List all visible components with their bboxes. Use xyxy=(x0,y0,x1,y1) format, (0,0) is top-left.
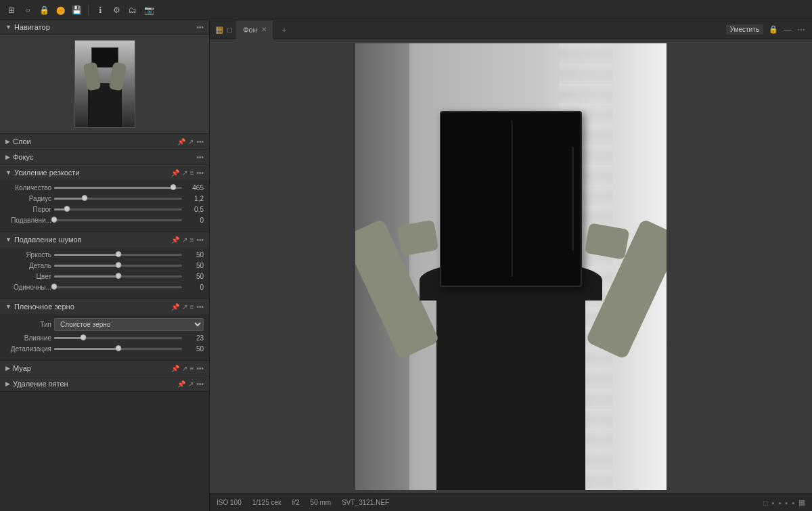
grain-expand-icon[interactable]: ↗ xyxy=(182,303,187,311)
status-grid2-icon[interactable]: ▦ xyxy=(798,498,805,507)
grain-header[interactable]: ▼ Пленочное зерно 📌 ↗ ≡ ••• xyxy=(0,299,209,314)
focus-header[interactable]: ▶ Фокус ••• xyxy=(0,150,209,164)
sharpening-more-icon[interactable]: ••• xyxy=(196,169,204,177)
noise-detail-slider[interactable] xyxy=(54,265,182,267)
sharpening-radius-value: 1,2 xyxy=(185,195,204,202)
status-dot3-icon[interactable]: • xyxy=(785,499,788,507)
noise-pin-icon[interactable]: 📌 xyxy=(171,236,179,244)
sharpening-radius-thumb xyxy=(82,195,88,201)
grain-pin-icon[interactable]: 📌 xyxy=(171,303,179,311)
grain-type-row: Тип Слоистое зерно Нет Равномерное зерно xyxy=(5,318,204,331)
grain-detail-label: Детализация xyxy=(5,345,51,353)
noise-detail-row: Деталь 50 xyxy=(5,262,204,269)
tab-fon[interactable]: Фон ✕ xyxy=(236,20,274,39)
layers-header[interactable]: ▶ Слои 📌 ↗ ••• xyxy=(0,134,209,149)
moire-expand-icon[interactable]: ↗ xyxy=(182,365,187,372)
moire-more-icon[interactable]: ••• xyxy=(196,365,204,372)
toolbar-folder-icon[interactable]: 🗂 xyxy=(127,4,139,16)
photo-left-hand xyxy=(397,219,439,256)
noise-lum-row: Яркость 50 xyxy=(5,251,204,259)
grain-arrow-icon: ▼ xyxy=(5,303,12,310)
sharpening-radius-slider[interactable] xyxy=(54,198,182,200)
layers-pin-icon[interactable]: 📌 xyxy=(177,138,185,146)
noise-lum-label: Яркость xyxy=(5,251,51,259)
noise-expand-icon[interactable]: ↗ xyxy=(182,236,187,244)
grain-strength-fill xyxy=(54,337,83,339)
noise-header[interactable]: ▼ Подавление шумов 📌 ↗ ≡ ••• xyxy=(0,232,209,247)
grain-list-icon[interactable]: ≡ xyxy=(190,303,194,311)
moire-list-icon[interactable]: ≡ xyxy=(190,365,194,372)
sharpening-threshold-slider[interactable] xyxy=(54,208,182,210)
grain-strength-slider[interactable] xyxy=(54,337,182,339)
fit-button[interactable]: Уместить xyxy=(726,24,763,35)
noise-lum-slider[interactable] xyxy=(54,254,182,256)
noise-detail-thumb xyxy=(115,262,121,268)
moire-section: ▶ Муар 📌 ↗ ≡ ••• xyxy=(0,361,209,376)
toolbar-search-icon[interactable]: ⬤ xyxy=(54,4,66,16)
view-square-icon[interactable]: □ xyxy=(227,25,232,35)
grain-detail-value: 50 xyxy=(185,345,204,353)
sharpening-pin-icon[interactable]: 📌 xyxy=(171,169,179,177)
sharpening-header[interactable]: ▼ Усиление резкости 📌 ↗ ≡ ••• xyxy=(0,165,209,180)
moire-icons: 📌 ↗ ≡ ••• xyxy=(171,365,204,372)
status-frame-icon[interactable]: □ xyxy=(763,499,768,507)
status-dot2-icon[interactable]: • xyxy=(778,499,781,507)
status-dot1-icon[interactable]: • xyxy=(772,499,775,507)
grain-section: ▼ Пленочное зерно 📌 ↗ ≡ ••• Тип Слоистое… xyxy=(0,299,209,361)
grain-detail-slider[interactable] xyxy=(54,348,182,350)
view-more-icon[interactable]: ⋯ xyxy=(797,25,805,35)
toolbar-info-icon[interactable]: ℹ xyxy=(94,4,106,16)
photo-right-hand xyxy=(585,223,630,260)
sharpening-list-icon[interactable]: ≡ xyxy=(190,169,194,177)
noise-more-icon[interactable]: ••• xyxy=(196,236,204,244)
moire-pin-icon[interactable]: 📌 xyxy=(171,365,179,372)
sharpening-amount-slider[interactable] xyxy=(54,187,182,189)
toolbar-grid-icon[interactable]: ⊞ xyxy=(5,4,18,16)
toolbar-camera-icon[interactable]: 📷 xyxy=(143,4,155,16)
layers-expand-icon[interactable]: ↗ xyxy=(188,138,194,146)
tab-add-button[interactable]: + xyxy=(278,20,290,39)
layers-more-icon[interactable]: ••• xyxy=(196,138,204,146)
status-dot4-icon[interactable]: • xyxy=(792,499,794,507)
sharpening-threshold-label: Порог xyxy=(5,206,51,213)
grain-strength-label: Влияние xyxy=(5,334,51,342)
toolbar-gear-icon[interactable]: ⚙ xyxy=(110,4,122,16)
toolbar-save-icon[interactable]: 💾 xyxy=(70,4,83,16)
noise-lum-value: 50 xyxy=(185,251,204,259)
sharpening-suppress-thumb xyxy=(51,217,58,223)
spot-header[interactable]: ▶ Удаление пятен 📌 ↗ ••• xyxy=(0,376,209,391)
noise-color-slider[interactable] xyxy=(54,275,182,277)
noise-single-label: Одиночны... xyxy=(5,284,51,291)
spot-expand-icon[interactable]: ↗ xyxy=(188,380,194,388)
sharpening-title: Усиление резкости xyxy=(14,169,171,177)
grain-detail-fill xyxy=(54,348,118,350)
noise-list-icon[interactable]: ≡ xyxy=(190,236,194,244)
toolbar-circle-icon[interactable]: ○ xyxy=(22,4,34,16)
sharpening-suppress-label: Подавлени... xyxy=(5,217,51,224)
spot-pin-icon[interactable]: 📌 xyxy=(177,380,185,388)
navigator-header[interactable]: ▼ Навигатор ••• xyxy=(0,20,209,35)
sharpening-icons: 📌 ↗ ≡ ••• xyxy=(171,169,204,177)
grain-strength-thumb xyxy=(81,334,87,340)
view-minus-icon[interactable]: — xyxy=(784,25,792,35)
spot-more-icon[interactable]: ••• xyxy=(196,380,204,388)
focus-more-icon[interactable]: ••• xyxy=(196,154,204,161)
spot-title: Удаление пятен xyxy=(13,380,177,388)
toolbar-lock-icon[interactable]: 🔒 xyxy=(38,4,50,16)
sharpening-suppress-slider[interactable] xyxy=(54,219,182,221)
grain-controls: Тип Слоистое зерно Нет Равномерное зерно… xyxy=(0,314,209,360)
navigator-more-icon[interactable]: ••• xyxy=(196,24,204,31)
moire-header[interactable]: ▶ Муар 📌 ↗ ≡ ••• xyxy=(0,361,209,376)
spot-section: ▶ Удаление пятен 📌 ↗ ••• xyxy=(0,376,209,392)
noise-single-slider[interactable] xyxy=(54,286,182,288)
sharpening-expand-icon[interactable]: ↗ xyxy=(182,169,187,177)
grain-type-select[interactable]: Слоистое зерно Нет Равномерное зерно xyxy=(54,318,204,331)
noise-single-thumb xyxy=(51,284,58,290)
thumbnail-inner xyxy=(75,41,135,127)
grain-more-icon[interactable]: ••• xyxy=(196,303,204,311)
noise-color-row: Цвет 50 xyxy=(5,273,204,280)
status-iso: ISO 100 xyxy=(217,499,242,506)
view-grid-icon[interactable]: ▦ xyxy=(215,24,223,35)
view-lock-icon[interactable]: 🔒 xyxy=(769,25,778,34)
tab-fon-close-icon[interactable]: ✕ xyxy=(261,26,267,33)
